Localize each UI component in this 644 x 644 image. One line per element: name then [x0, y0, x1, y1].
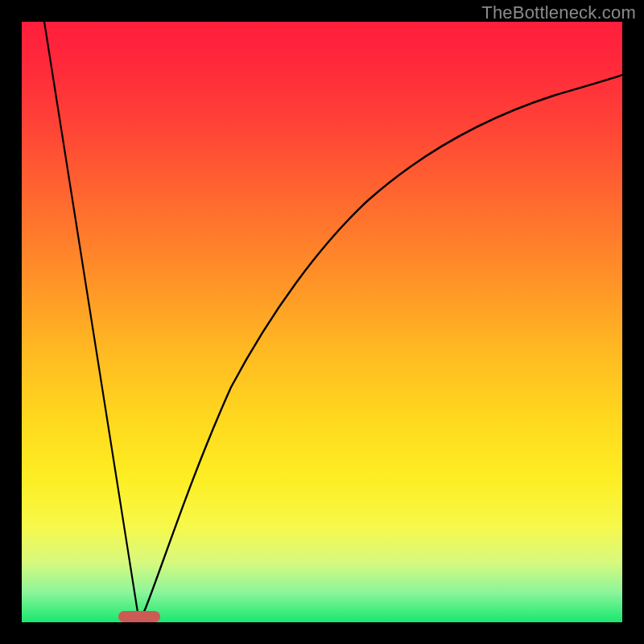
watermark-text: TheBottleneck.com [481, 2, 636, 23]
bottleneck-marker [118, 611, 160, 622]
plot-area [22, 22, 622, 622]
